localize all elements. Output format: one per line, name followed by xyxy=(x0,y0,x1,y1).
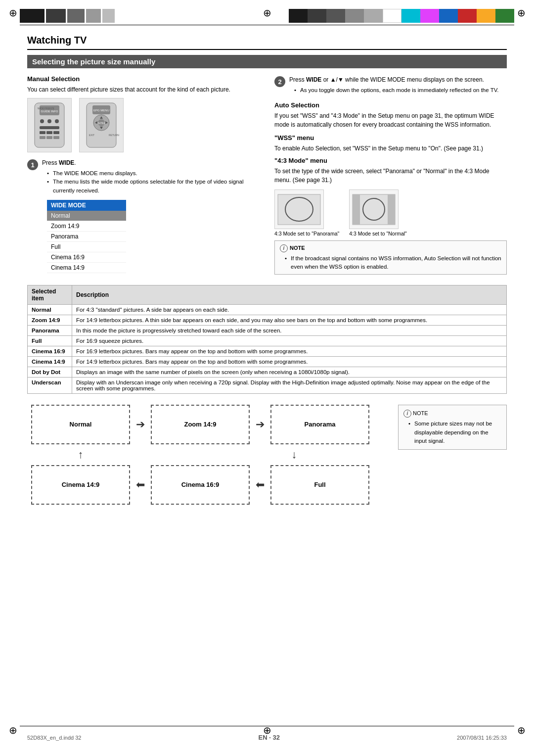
color-bar-cyan xyxy=(401,9,420,23)
table-desc-underscan: Display with an Underscan image only whe… xyxy=(72,377,507,393)
svg-rect-7 xyxy=(40,131,45,134)
table-desc-normal: For 4:3 "standard" pictures. A side bar … xyxy=(72,304,507,315)
diagram-note-bullet-1: Some picture sizes may not be displayabl… xyxy=(408,420,501,445)
black-block-1 xyxy=(20,9,44,23)
step-2-bold: WIDE xyxy=(306,76,321,83)
step-1-bold: WIDE xyxy=(59,159,74,166)
svg-rect-10 xyxy=(40,136,45,139)
note-label: NOTE xyxy=(290,244,305,252)
black-blocks-top xyxy=(20,9,115,23)
remote-img-1: GUIDE INFO WIDE FREEZE xyxy=(27,98,72,152)
description-table: Selected item Description Normal For 4:3… xyxy=(27,285,507,394)
black-block-5 xyxy=(102,9,115,23)
svg-text:RETURN: RETURN xyxy=(109,134,119,137)
manual-selection-title: Manual Selection xyxy=(27,75,260,83)
left-column: Manual Selection You can select differen… xyxy=(27,75,260,278)
diag-box-cinema169: Cinema 16:9 xyxy=(151,465,250,505)
section-header: Selecting the picture size manually xyxy=(27,55,507,68)
diag-arrow-left-1: ⬅ xyxy=(134,478,147,491)
diagram-area: Normal ➔ Zoom 14:9 ➔ Panorama ↑ ↓ Cinema… xyxy=(27,401,388,509)
diag-arrow-down: ↓ xyxy=(241,448,348,461)
step-1: 1 Press WIDE. The WIDE MODE menu display… xyxy=(27,158,260,195)
step-1-bullet-2: The menu lists the wide mode options sel… xyxy=(47,178,260,195)
svg-rect-31 xyxy=(388,194,395,225)
table-row: Panorama In this mode the picture is pro… xyxy=(28,325,507,335)
wide-mode-header: WIDE MODE xyxy=(47,200,126,211)
diagram-note-bullets: Some picture sizes may not be displayabl… xyxy=(403,420,501,445)
svg-text:GUIDE INFO: GUIDE INFO xyxy=(41,110,58,113)
border-line-bottom xyxy=(20,726,514,726)
svg-point-3 xyxy=(40,119,44,123)
circle-panorama-caption: 4:3 Mode set to "Panorama" xyxy=(274,231,339,236)
diag-box-cinema149: Cinema 14:9 xyxy=(31,465,130,505)
reg-mark-tr: ⊕ xyxy=(515,7,527,19)
table-desc-cinema149: For 14:9 letterbox pictures. Bars may ap… xyxy=(72,356,507,367)
step-2-bullet-1: As you toggle down the options, each mod… xyxy=(294,86,507,94)
wide-mode-item-cinema149: Cinema 14:9 xyxy=(47,263,126,273)
diagram-top-row: Normal ➔ Zoom 14:9 ➔ Panorama xyxy=(27,401,388,448)
diag-arrow-right-1: ➔ xyxy=(134,418,147,431)
reg-mark-bl: ⊕ xyxy=(7,724,19,736)
wide-mode-menu: WIDE MODE Normal Zoom 14:9 Panorama Full… xyxy=(47,200,126,273)
wss-menu-section: "WSS" menu To enable Auto Selection, set… xyxy=(274,134,507,153)
auto-selection-section: Auto Selection If you set "WSS" and "4:3… xyxy=(274,101,507,129)
black-block-3 xyxy=(67,9,85,23)
table-body: Normal For 4:3 "standard" pictures. A si… xyxy=(28,304,507,393)
svg-rect-6 xyxy=(40,126,59,129)
table-row: Zoom 14:9 For 14:9 letterbox pictures. A… xyxy=(28,315,507,325)
wide-mode-item-full: Full xyxy=(47,242,126,252)
color-bar-blue xyxy=(439,9,458,23)
page-title: Watching TV xyxy=(27,35,507,50)
mode43-menu-title: "4:3 Mode" menu xyxy=(274,157,507,164)
svg-text:ENTER: ENTER xyxy=(96,122,107,125)
table-item-normal: Normal xyxy=(28,304,72,315)
step-1-content: Press WIDE. The WIDE MODE menu displays.… xyxy=(42,158,260,195)
reg-mark-br: ⊕ xyxy=(515,724,527,736)
diag-box-zoom149: Zoom 14:9 xyxy=(151,405,250,444)
note-icon: i xyxy=(280,244,288,252)
step-1-number: 1 xyxy=(27,159,38,170)
color-bar-yellow xyxy=(477,9,495,23)
footer-file: 52D83X_en_d.indd 32 xyxy=(27,735,81,741)
right-column: 2 Press WIDE or ▲/▼ while the WIDE MODE … xyxy=(274,75,507,278)
manual-selection-body: You can select different picture sizes t… xyxy=(27,85,260,94)
diagram-middle-arrows: ↑ ↓ xyxy=(27,448,388,461)
svg-text:EXIT: EXIT xyxy=(89,134,94,137)
note-bullets: If the broadcast signal contains no WSS … xyxy=(280,254,501,272)
table-item-underscan: Underscan xyxy=(28,377,72,393)
table-item-panorama: Panorama xyxy=(28,325,72,335)
step-1-bullets: The WIDE MODE menu displays. The menu li… xyxy=(42,169,260,195)
diagram-note-box: i NOTE Some picture sizes may not be dis… xyxy=(398,405,507,450)
note-title: i NOTE xyxy=(280,244,501,252)
table-row: Dot by Dot Displays an image with the sa… xyxy=(28,367,507,377)
step-1-bullet-1: The WIDE MODE menu displays. xyxy=(47,169,260,178)
remote-img-2: EPG MENU ENTER EXIT RETURN xyxy=(79,98,124,152)
circle-normal-canvas xyxy=(349,189,399,229)
border-line-top xyxy=(20,25,514,25)
color-bar-magenta xyxy=(420,9,439,23)
diag-arrow-up: ↑ xyxy=(27,448,134,461)
main-content: Watching TV Selecting the picture size m… xyxy=(27,35,507,721)
circle-panorama-canvas xyxy=(274,189,324,229)
svg-point-5 xyxy=(55,119,59,123)
diagram-note-icon: i xyxy=(403,410,411,418)
table-desc-cinema169: For 16:9 letterbox pictures. Bars may ap… xyxy=(72,346,507,356)
diag-box-full: Full xyxy=(270,465,369,505)
step-1-text: Press WIDE. xyxy=(42,158,260,167)
circle-panorama-box: 4:3 Mode set to "Panorama" xyxy=(274,189,339,236)
svg-point-4 xyxy=(47,119,51,123)
step-2-bullets: As you toggle down the options, each mod… xyxy=(289,86,507,94)
step-2-content: Press WIDE or ▲/▼ while the WIDE MODE me… xyxy=(289,75,507,94)
circle-normal-box: 4:3 Mode set to "Normal" xyxy=(349,189,407,236)
wide-mode-item-zoom: Zoom 14:9 xyxy=(47,221,126,232)
note-box: i NOTE If the broadcast signal contains … xyxy=(274,240,507,275)
color-bar-white xyxy=(383,9,401,23)
two-column-layout: Manual Selection You can select differen… xyxy=(27,75,507,278)
color-bars-top xyxy=(289,9,514,23)
color-bar-black2 xyxy=(308,9,326,23)
color-bar-red xyxy=(458,9,477,23)
color-bar-black4 xyxy=(345,9,364,23)
svg-rect-11 xyxy=(46,136,52,139)
table-desc-dotbydot: Displays an image with the same number o… xyxy=(72,367,507,377)
table-item-full: Full xyxy=(28,335,72,346)
